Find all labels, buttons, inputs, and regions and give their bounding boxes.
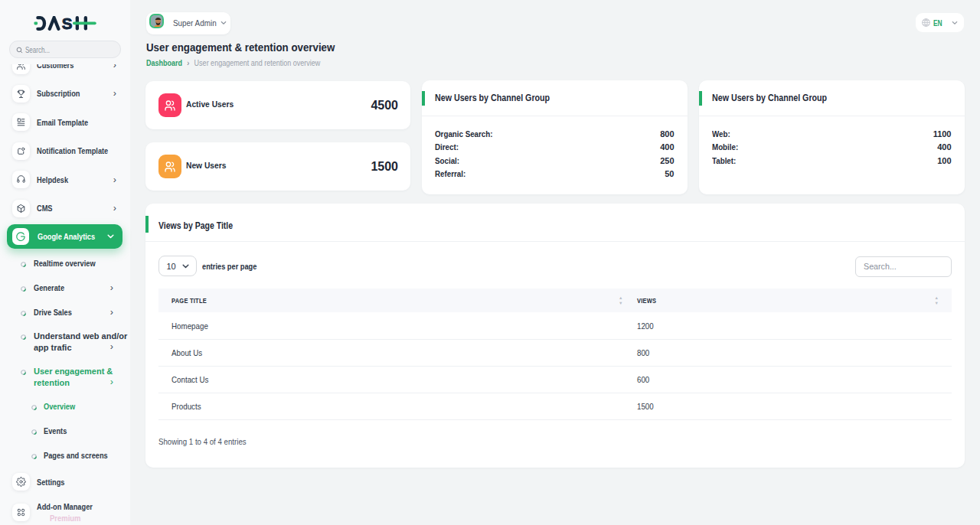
svg-text:S: S (61, 16, 72, 31)
